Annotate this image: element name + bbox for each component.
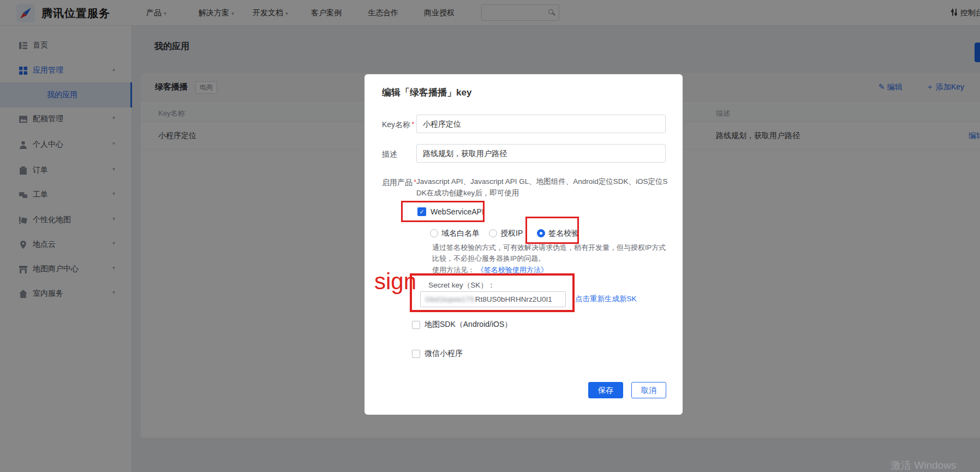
- dialog-title: 编辑「绿客播播」key: [382, 86, 471, 99]
- annotation-box-webservice: [401, 201, 485, 222]
- wechat-miniprogram-checkbox[interactable]: [412, 350, 420, 358]
- windows-activation-watermark: 激活 Windows: [891, 458, 956, 472]
- key-name-input[interactable]: 小程序定位: [416, 115, 666, 133]
- save-button[interactable]: 保存: [588, 382, 623, 398]
- signature-help-text: 通过签名校验的方式，可有效解决请求伪造，稍有开发量，但与授权IP方式比较，不必担…: [432, 242, 670, 264]
- products-description: Javascript API、Javascript API GL、地图组件、An…: [416, 176, 671, 199]
- desc-input[interactable]: 路线规划，获取用户路径: [416, 144, 666, 163]
- regenerate-sk-link[interactable]: 点击重新生成新SK: [575, 294, 637, 304]
- map-sdk-checkbox-label[interactable]: 地图SDK（Android/iOS）: [425, 320, 512, 330]
- wechat-miniprogram-checkbox-label[interactable]: 微信小程序: [425, 349, 463, 359]
- radio-domain-whitelist-label[interactable]: 域名白名单: [441, 229, 480, 238]
- annotation-box-secret-key: [410, 273, 575, 312]
- annotation-box-signature-radio: [525, 217, 579, 244]
- usage-method-link[interactable]: 《签名校验使用方法》: [477, 266, 548, 274]
- key-name-label: Key名称*: [382, 120, 414, 130]
- radio-domain-whitelist[interactable]: [430, 229, 438, 237]
- products-label: 启用产品*: [382, 178, 416, 188]
- edit-key-dialog: 编辑「绿客播播」key Key名称* 小程序定位 描述 路线规划，获取用户路径 …: [364, 74, 683, 415]
- radio-auth-ip-label[interactable]: 授权IP: [500, 229, 523, 238]
- desc-label: 描述: [382, 150, 397, 159]
- map-sdk-checkbox[interactable]: [412, 321, 420, 329]
- required-asterisk: *: [411, 120, 414, 128]
- radio-auth-ip[interactable]: [489, 229, 497, 237]
- cancel-button[interactable]: 取消: [631, 382, 666, 398]
